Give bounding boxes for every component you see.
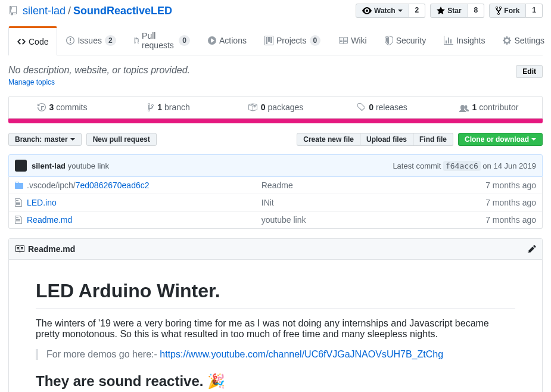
commit-message-link[interactable]: INit bbox=[262, 198, 485, 207]
shield-icon bbox=[385, 36, 393, 45]
repo-title: silent-lad / SoundReactiveLED bbox=[8, 5, 172, 17]
package-icon bbox=[248, 102, 257, 112]
fork-button[interactable]: Fork bbox=[489, 4, 526, 18]
readme: Readme.md LED Arduino Winter. The winter… bbox=[8, 238, 543, 392]
tab-projects[interactable]: Projects 0 bbox=[256, 26, 329, 55]
branch-icon bbox=[148, 102, 154, 112]
file-link[interactable]: 7ed0862670ead6c2 bbox=[76, 181, 150, 190]
project-icon bbox=[264, 36, 273, 45]
upload-files-button[interactable]: Upload files bbox=[360, 133, 413, 146]
fork-count[interactable]: 1 bbox=[526, 4, 543, 18]
file-link[interactable]: Readme.md bbox=[27, 215, 72, 225]
new-pull-request-button[interactable]: New pull request bbox=[86, 133, 157, 146]
releases-link[interactable]: 0 releases bbox=[329, 97, 435, 118]
commits-link[interactable]: 3 commits bbox=[9, 97, 116, 118]
branch-select-button[interactable]: Branch: master bbox=[8, 133, 82, 146]
tag-icon bbox=[357, 102, 365, 112]
issue-icon bbox=[66, 36, 74, 45]
star-icon bbox=[437, 6, 445, 15]
file-icon bbox=[15, 198, 22, 207]
commit-message[interactable]: youtube link bbox=[68, 161, 109, 170]
repo-nav: Code Issues 2 Pull requests 0 Actions Pr… bbox=[8, 26, 543, 55]
star-count[interactable]: 8 bbox=[468, 4, 485, 18]
tab-actions[interactable]: Actions bbox=[199, 26, 256, 55]
language-bar[interactable] bbox=[8, 119, 543, 123]
pr-icon bbox=[134, 36, 139, 45]
book-icon bbox=[338, 36, 348, 45]
file-link[interactable]: LED.ino bbox=[27, 198, 57, 207]
watch-button[interactable]: Watch bbox=[356, 4, 409, 18]
commit-message-link[interactable]: Readme bbox=[262, 181, 485, 190]
readme-blockquote: For more demos go here:- https://www.you… bbox=[36, 349, 515, 360]
star-button[interactable]: Star bbox=[430, 4, 468, 18]
repo-link[interactable]: SoundReactiveLED bbox=[73, 5, 172, 17]
gear-icon bbox=[503, 36, 511, 45]
file-icon bbox=[15, 215, 22, 225]
commit-author-link[interactable]: silent-lad bbox=[32, 161, 66, 170]
tab-security[interactable]: Security bbox=[376, 26, 435, 55]
pencil-icon[interactable] bbox=[528, 244, 536, 254]
history-icon bbox=[38, 102, 46, 112]
tab-issues[interactable]: Issues 2 bbox=[57, 26, 124, 55]
readme-filename: Readme.md bbox=[28, 244, 75, 254]
table-row: .vscode/ipch/7ed0862670ead6c2 Readme 7 m… bbox=[9, 177, 542, 194]
youtube-link[interactable]: https://www.youtube.com/channel/UC6fVJGa… bbox=[160, 349, 443, 359]
avatar[interactable] bbox=[15, 160, 27, 172]
clone-download-button[interactable]: Clone or download bbox=[458, 133, 543, 146]
commit-message-link[interactable]: youtube link bbox=[262, 215, 485, 225]
owner-link[interactable]: silent-lad bbox=[23, 5, 66, 17]
readme-h2: They are sound reactive. 🎉 bbox=[36, 373, 515, 392]
directory-icon bbox=[15, 181, 23, 190]
repo-description: No description, website, or topics provi… bbox=[8, 65, 190, 76]
repo-icon bbox=[8, 6, 18, 15]
file-list: .vscode/ipch/7ed0862670ead6c2 Readme 7 m… bbox=[8, 177, 543, 229]
readme-h1: LED Arduino Winter. bbox=[36, 280, 515, 309]
graph-icon bbox=[444, 36, 453, 45]
book-icon bbox=[15, 244, 24, 254]
packages-link[interactable]: 0 packages bbox=[222, 97, 329, 118]
contributors-link[interactable]: 1 contributor bbox=[435, 97, 542, 118]
commit-tease: silent-lad youtube link Latest commit f6… bbox=[8, 154, 543, 177]
tab-pulls[interactable]: Pull requests 0 bbox=[125, 26, 199, 55]
commit-sha[interactable]: f64acc6 bbox=[443, 161, 481, 171]
overall-summary: 3 commits 1 branch 0 packages 0 releases… bbox=[8, 96, 543, 119]
tab-settings[interactable]: Settings bbox=[494, 26, 551, 55]
branches-link[interactable]: 1 branch bbox=[116, 97, 222, 118]
edit-button[interactable]: Edit bbox=[516, 65, 543, 78]
table-row: LED.ino INit 7 months ago bbox=[9, 194, 542, 211]
code-icon bbox=[17, 37, 26, 46]
fork-icon bbox=[496, 6, 502, 15]
play-icon bbox=[208, 36, 216, 45]
tab-code[interactable]: Code bbox=[8, 26, 57, 55]
table-row: Readme.md youtube link 7 months ago bbox=[9, 211, 542, 228]
tab-insights[interactable]: Insights bbox=[435, 26, 494, 55]
find-file-button[interactable]: Find file bbox=[413, 133, 453, 146]
manage-topics-link[interactable]: Manage topics bbox=[8, 78, 55, 86]
readme-paragraph: The winters of '19 were a very boring ti… bbox=[36, 318, 515, 340]
tab-wiki[interactable]: Wiki bbox=[329, 26, 375, 55]
watch-count[interactable]: 2 bbox=[409, 4, 426, 18]
eye-icon bbox=[362, 6, 372, 15]
create-file-button[interactable]: Create new file bbox=[297, 133, 360, 146]
people-icon bbox=[459, 102, 469, 112]
